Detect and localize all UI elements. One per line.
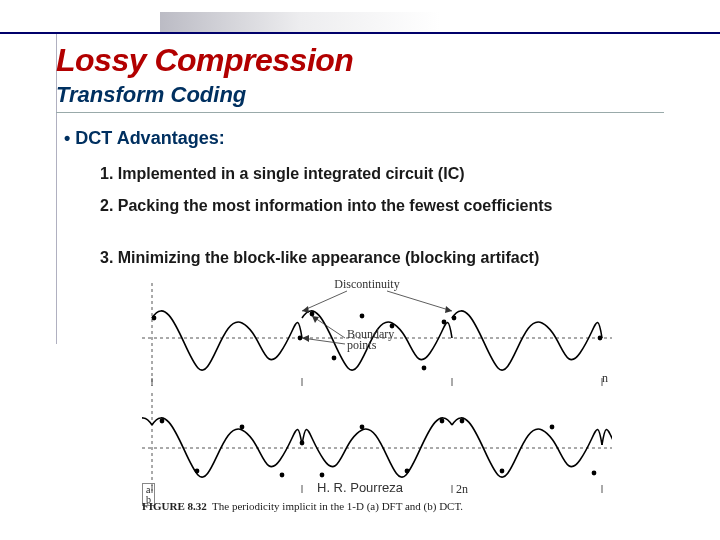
svg-point-38 bbox=[405, 469, 410, 474]
svg-point-34 bbox=[280, 473, 285, 478]
axis-n-top: n bbox=[602, 371, 608, 385]
svg-marker-18 bbox=[302, 306, 309, 313]
svg-point-35 bbox=[300, 441, 305, 446]
svg-point-14 bbox=[452, 316, 457, 321]
gradient-strip bbox=[160, 12, 440, 32]
svg-point-43 bbox=[592, 471, 597, 476]
periodicity-figure: n Di bbox=[142, 278, 612, 508]
title-underline bbox=[56, 112, 664, 113]
svg-point-8 bbox=[360, 314, 365, 319]
svg-point-12 bbox=[152, 316, 157, 321]
svg-point-36 bbox=[320, 473, 325, 478]
caption-label: FIGURE 8.32 bbox=[142, 500, 207, 512]
advantage-1: 1. Implemented in a single integrated ci… bbox=[100, 164, 680, 184]
top-rule bbox=[0, 32, 720, 34]
svg-point-39 bbox=[440, 419, 445, 424]
svg-marker-24 bbox=[302, 335, 309, 342]
svg-point-11 bbox=[442, 320, 447, 325]
svg-point-37 bbox=[360, 425, 365, 430]
section-heading: • DCT Advantages: bbox=[64, 128, 225, 149]
caption-text: The periodicity implicit in the 1-D (a) … bbox=[212, 500, 463, 512]
author-credit: H. R. Pourreza bbox=[0, 480, 720, 495]
svg-point-31 bbox=[160, 419, 165, 424]
svg-point-15 bbox=[598, 336, 603, 341]
svg-point-7 bbox=[332, 356, 337, 361]
svg-point-40 bbox=[460, 419, 465, 424]
svg-point-33 bbox=[240, 425, 245, 430]
figure-caption: FIGURE 8.32 The periodicity implicit in … bbox=[142, 500, 463, 512]
svg-point-10 bbox=[422, 366, 427, 371]
svg-point-41 bbox=[500, 469, 505, 474]
advantage-3: 3. Minimizing the block-like appearance … bbox=[100, 248, 680, 268]
svg-point-42 bbox=[550, 425, 555, 430]
svg-line-17 bbox=[387, 291, 452, 311]
annot-discontinuity: Discontinuity bbox=[334, 278, 399, 291]
slide-subtitle: Transform Coding bbox=[56, 82, 246, 108]
top-gradient-bar bbox=[0, 12, 720, 42]
svg-text:Boundary
          points: Boundary points bbox=[347, 327, 397, 352]
annot-boundary: Boundary points bbox=[347, 327, 397, 352]
advantage-2: 2. Packing the most information into the… bbox=[100, 196, 680, 216]
svg-marker-19 bbox=[445, 306, 452, 313]
left-vertical-rule bbox=[56, 34, 57, 344]
svg-point-6 bbox=[310, 312, 315, 317]
svg-point-13 bbox=[298, 336, 303, 341]
svg-point-32 bbox=[195, 469, 200, 474]
slide-title: Lossy Compression bbox=[56, 42, 353, 79]
svg-line-16 bbox=[302, 291, 347, 311]
